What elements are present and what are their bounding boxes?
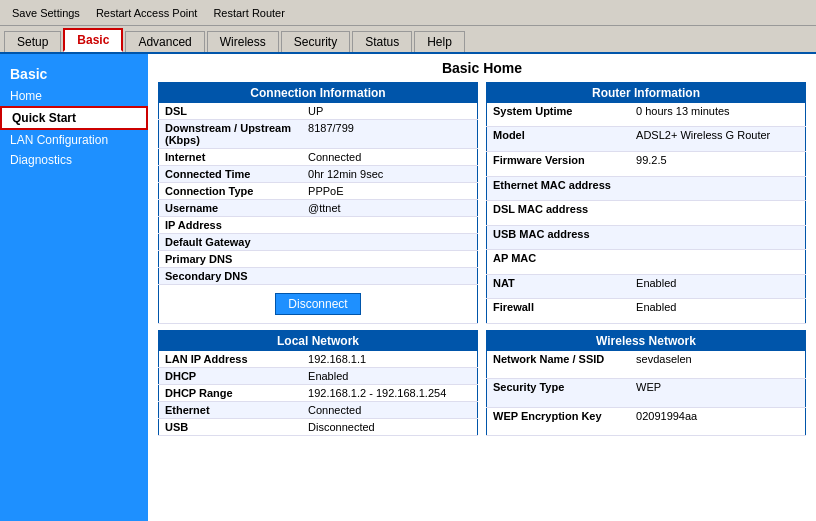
table-row: Connected Time 0hr 12min 9sec [159, 166, 478, 183]
table-row: Firmware Version 99.2.5 [487, 151, 806, 176]
local-ethernet-value: Connected [302, 402, 477, 419]
router-header: Router Information [487, 83, 806, 104]
router-model-label: Model [487, 127, 631, 152]
router-uptime-value: 0 hours 13 minutes [630, 103, 805, 127]
wireless-security-value: WEP [630, 379, 805, 407]
sidebar-item-quick-start[interactable]: Quick Start [0, 106, 148, 130]
router-ap-mac-label: AP MAC [487, 250, 631, 275]
local-dhcp-range-label: DHCP Range [159, 385, 303, 402]
conn-time-value: 0hr 12min 9sec [302, 166, 477, 183]
conn-dsl-label: DSL [159, 103, 303, 120]
router-model-value: ADSL2+ Wireless G Router [630, 127, 805, 152]
conn-username-label: Username [159, 200, 303, 217]
conn-gw-label: Default Gateway [159, 234, 303, 251]
conn-dsl-value: UP [302, 103, 477, 120]
table-row: Connection Type PPPoE [159, 183, 478, 200]
conn-pdns-value [302, 251, 477, 268]
local-usb-value: Disconnected [302, 419, 477, 436]
router-dsl-mac-label: DSL MAC address [487, 201, 631, 226]
toolbar: Save Settings Restart Access Point Resta… [0, 0, 816, 26]
tab-advanced[interactable]: Advanced [125, 31, 204, 52]
local-ethernet-label: Ethernet [159, 402, 303, 419]
tab-wireless[interactable]: Wireless [207, 31, 279, 52]
router-usb-mac-label: USB MAC address [487, 225, 631, 250]
local-table: Local Network LAN IP Address 192.168.1.1… [158, 330, 478, 436]
table-row: DSL UP [159, 103, 478, 120]
wireless-table: Wireless Network Network Name / SSID sev… [486, 330, 806, 436]
restart-ap-button[interactable]: Restart Access Point [88, 5, 206, 21]
table-row: WEP Encryption Key 02091994aa [487, 407, 806, 435]
table-row: Network Name / SSID sevdaselen [487, 351, 806, 379]
table-row: System Uptime 0 hours 13 minutes [487, 103, 806, 127]
table-row: NAT Enabled [487, 274, 806, 299]
router-eth-mac-value [630, 176, 805, 201]
conn-downstream-label: Downstream / Upstream (Kbps) [159, 120, 303, 149]
conn-pdns-label: Primary DNS [159, 251, 303, 268]
wireless-wep-value: 02091994aa [630, 407, 805, 435]
tab-status[interactable]: Status [352, 31, 412, 52]
conn-ip-value [302, 217, 477, 234]
router-fw-value: 99.2.5 [630, 151, 805, 176]
conn-type-label: Connection Type [159, 183, 303, 200]
router-dsl-mac-value [630, 201, 805, 226]
conn-time-label: Connected Time [159, 166, 303, 183]
table-row: USB MAC address [487, 225, 806, 250]
connection-table: Connection Information DSL UP Downstream… [158, 82, 478, 324]
router-ap-mac-value [630, 250, 805, 275]
table-row: Internet Connected [159, 149, 478, 166]
table-row: Disconnect [159, 285, 478, 324]
table-row: Ethernet MAC address [487, 176, 806, 201]
conn-internet-label: Internet [159, 149, 303, 166]
conn-type-value: PPPoE [302, 183, 477, 200]
sidebar-item-home[interactable]: Home [0, 86, 148, 106]
table-row: Model ADSL2+ Wireless G Router [487, 127, 806, 152]
table-row: Default Gateway [159, 234, 478, 251]
router-table: Router Information System Uptime 0 hours… [486, 82, 806, 324]
sidebar-item-lan-config[interactable]: LAN Configuration [0, 130, 148, 150]
tab-setup[interactable]: Setup [4, 31, 61, 52]
table-row: USB Disconnected [159, 419, 478, 436]
local-dhcp-label: DHCP [159, 368, 303, 385]
conn-sdns-label: Secondary DNS [159, 268, 303, 285]
conn-gw-value [302, 234, 477, 251]
table-row: Ethernet Connected [159, 402, 478, 419]
sidebar: Basic Home Quick Start LAN Configuration… [0, 54, 148, 521]
conn-ip-label: IP Address [159, 217, 303, 234]
table-row: LAN IP Address 192.168.1.1 [159, 351, 478, 368]
router-uptime-label: System Uptime [487, 103, 631, 127]
router-eth-mac-label: Ethernet MAC address [487, 176, 631, 201]
wireless-header: Wireless Network [487, 331, 806, 352]
table-row: Security Type WEP [487, 379, 806, 407]
content-area: Basic Home Connection Information DSL UP… [148, 54, 816, 521]
table-row: AP MAC [487, 250, 806, 275]
top-info-grid: Connection Information DSL UP Downstream… [158, 82, 806, 324]
save-settings-button[interactable]: Save Settings [4, 5, 88, 21]
router-fw-label2: Firewall [487, 299, 631, 324]
router-fw-value2: Enabled [630, 299, 805, 324]
sidebar-item-diagnostics[interactable]: Diagnostics [0, 150, 148, 170]
sidebar-title: Basic [0, 62, 148, 86]
local-lan-ip-label: LAN IP Address [159, 351, 303, 368]
conn-downstream-value: 8187/799 [302, 120, 477, 149]
conn-sdns-value [302, 268, 477, 285]
wireless-wep-label: WEP Encryption Key [487, 407, 631, 435]
restart-router-button[interactable]: Restart Router [205, 5, 293, 21]
nav-tabs: Setup Basic Advanced Wireless Security S… [0, 26, 816, 54]
tab-security[interactable]: Security [281, 31, 350, 52]
table-row: IP Address [159, 217, 478, 234]
tab-basic[interactable]: Basic [63, 28, 123, 52]
table-row: Secondary DNS [159, 268, 478, 285]
local-lan-ip-value: 192.168.1.1 [302, 351, 477, 368]
local-header: Local Network [159, 331, 478, 352]
table-row: Primary DNS [159, 251, 478, 268]
local-dhcp-value: Enabled [302, 368, 477, 385]
conn-internet-value: Connected [302, 149, 477, 166]
main-layout: Basic Home Quick Start LAN Configuration… [0, 54, 816, 521]
table-row: Downstream / Upstream (Kbps) 8187/799 [159, 120, 478, 149]
table-row: DHCP Enabled [159, 368, 478, 385]
tab-help[interactable]: Help [414, 31, 465, 52]
page-title: Basic Home [158, 60, 806, 76]
router-nat-value: Enabled [630, 274, 805, 299]
table-row: Username @ttnet [159, 200, 478, 217]
disconnect-button[interactable]: Disconnect [275, 293, 360, 315]
